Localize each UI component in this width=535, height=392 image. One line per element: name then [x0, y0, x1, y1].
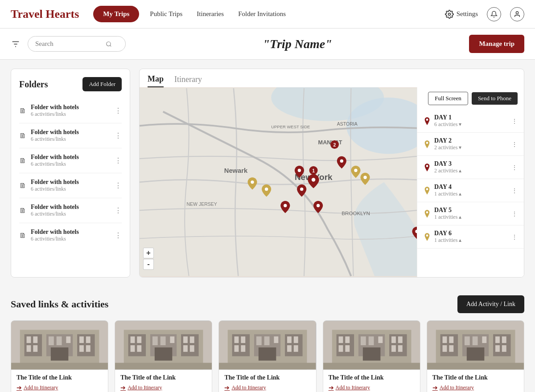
user-profile-button[interactable] — [510, 7, 524, 21]
day-menu-button[interactable]: ⋮ — [511, 210, 518, 217]
svg-rect-53 — [86, 336, 91, 343]
folder-item[interactable]: 🗎 Folder with hotels 6 activities/links … — [19, 98, 122, 123]
tab-map[interactable]: Map — [148, 74, 164, 87]
fullscreen-button[interactable]: Full Screen — [428, 92, 468, 105]
filter-button[interactable] — [11, 39, 21, 49]
plus-icon: ➔ — [120, 384, 126, 392]
card-body: The Title of the Link ➔ Add to Itinerary… — [219, 370, 316, 392]
map-area[interactable]: Newark New York MANHAT BROOKLYN NEW JERS… — [140, 87, 417, 277]
itin-header-row: Full Screen Send to Phone — [417, 92, 524, 110]
day-item[interactable]: DAY 3 2 activities ▴ ⋮ — [417, 156, 524, 179]
folder-icon: 🗎 — [19, 232, 26, 240]
svg-rect-57 — [86, 345, 91, 352]
add-to-itinerary-button[interactable]: ➔ Add to Itinerary — [432, 384, 519, 392]
day-menu-button[interactable]: ⋮ — [511, 118, 518, 125]
svg-rect-129 — [398, 345, 402, 352]
search-icon — [106, 41, 112, 47]
day-menu-button[interactable]: ⋮ — [511, 164, 518, 171]
svg-rect-143 — [442, 336, 447, 343]
svg-rect-125 — [398, 336, 402, 343]
settings-button[interactable]: Settings — [445, 10, 478, 19]
svg-rect-149 — [502, 336, 506, 343]
subheader: "Trip Name" Manage trip — [0, 29, 535, 60]
tab-itinerary[interactable]: Itinerary — [174, 75, 202, 87]
svg-rect-96 — [241, 336, 246, 343]
folder-menu-button[interactable]: ⋮ — [115, 106, 122, 115]
svg-rect-100 — [287, 336, 292, 343]
svg-rect-147 — [482, 336, 486, 343]
folder-menu-button[interactable]: ⋮ — [115, 156, 122, 165]
svg-rect-56 — [79, 345, 84, 352]
send-to-phone-button[interactable]: Send to Phone — [472, 92, 518, 105]
folder-info: Folder with hotels 6 activities/links — [31, 229, 110, 242]
svg-text:2: 2 — [333, 142, 336, 147]
add-label: Add to Itinerary — [231, 384, 266, 391]
folder-menu-button[interactable]: ⋮ — [115, 206, 122, 215]
day-item[interactable]: DAY 4 1 activities ▴ ⋮ — [417, 179, 524, 202]
add-to-itinerary-button[interactable]: ➔ Add to Itinerary — [120, 384, 206, 392]
svg-point-22 — [298, 169, 301, 172]
day-menu-button[interactable]: ⋮ — [511, 141, 518, 148]
add-label: Add to Itinerary — [128, 384, 162, 391]
svg-rect-106 — [259, 347, 276, 361]
folder-item[interactable]: 🗎 Folder with hotels 6 activities/links … — [19, 223, 122, 248]
day-name: DAY 3 — [434, 160, 508, 167]
svg-text:NEW JERSEY: NEW JERSEY — [186, 201, 217, 207]
folder-name: Folder with hotels — [31, 129, 110, 136]
svg-rect-154 — [467, 347, 484, 361]
svg-rect-127 — [345, 345, 350, 352]
svg-rect-71 — [131, 336, 135, 343]
map-svg: Newark New York MANHAT BROOKLYN NEW JERS… — [140, 87, 417, 277]
svg-rect-81 — [190, 345, 194, 352]
folder-icon: 🗎 — [19, 132, 26, 140]
card-title: The Title of the Link — [16, 374, 103, 381]
map-pin-icon — [424, 163, 431, 172]
folder-item[interactable]: 🗎 Folder with hotels 6 activities/links … — [19, 198, 122, 223]
day-info: DAY 1 6 activities ▾ — [434, 114, 508, 128]
svg-rect-130 — [362, 347, 380, 361]
folder-info: Folder with hotels 6 activities/links — [31, 129, 110, 143]
notifications-button[interactable] — [487, 7, 501, 21]
add-to-itinerary-button[interactable]: ➔ Add to Itinerary — [16, 384, 103, 392]
add-to-itinerary-button[interactable]: ➔ Add to Itinerary — [224, 384, 310, 392]
add-activity-button[interactable]: Add Activity / Link — [457, 295, 524, 313]
saved-link-card: The Title of the Link ➔ Add to Itinerary… — [218, 320, 316, 392]
itineraries-nav[interactable]: Itineraries — [197, 10, 224, 18]
folder-invitations-nav[interactable]: Folder Invitations — [238, 10, 286, 18]
itinerary-panel: Full Screen Send to Phone DAY 1 6 activi… — [417, 87, 524, 277]
card-image — [427, 321, 524, 370]
day-item[interactable]: DAY 2 2 activities ▾ ⋮ — [417, 133, 524, 156]
my-trips-nav[interactable]: My Trips — [93, 6, 139, 22]
saved-links-title: Saved links & activities — [11, 298, 108, 310]
svg-rect-73 — [152, 336, 158, 345]
add-folder-button[interactable]: Add Folder — [82, 77, 122, 91]
svg-rect-121 — [361, 336, 366, 345]
folder-menu-button[interactable]: ⋮ — [115, 131, 122, 140]
public-trips-nav[interactable]: Public Trips — [150, 10, 182, 18]
folder-menu-button[interactable]: ⋮ — [115, 181, 122, 190]
folders-list: 🗎 Folder with hotels 6 activities/links … — [19, 98, 122, 248]
saved-link-card: The Title of the Link ➔ Add to Itinerary… — [323, 320, 420, 392]
day-menu-button[interactable]: ⋮ — [511, 233, 518, 241]
bell-icon — [490, 11, 498, 18]
folder-item[interactable]: 🗎 Folder with hotels 6 activities/links … — [19, 148, 122, 173]
folder-sub: 6 activities/links — [31, 161, 110, 167]
search-input[interactable] — [35, 40, 102, 48]
folder-item[interactable]: 🗎 Folder with hotels 6 activities/links … — [19, 123, 122, 148]
add-to-itinerary-button[interactable]: ➔ Add to Itinerary — [329, 384, 415, 392]
day-activities: 2 activities ▴ — [434, 167, 508, 174]
day-item[interactable]: DAY 1 6 activities ▾ ⋮ — [417, 110, 524, 133]
folder-item[interactable]: 🗎 Folder with hotels 6 activities/links … — [19, 173, 122, 198]
svg-rect-83 — [115, 363, 212, 369]
svg-rect-52 — [79, 336, 84, 343]
day-item[interactable]: DAY 5 1 activities ▴ ⋮ — [417, 202, 524, 225]
svg-rect-155 — [427, 363, 524, 369]
manage-trip-button[interactable]: Manage trip — [469, 35, 524, 53]
day-menu-button[interactable]: ⋮ — [511, 187, 518, 194]
svg-rect-107 — [219, 363, 316, 369]
folder-info: Folder with hotels 6 activities/links — [31, 154, 110, 167]
day-item[interactable]: DAY 6 1 activities ▴ ⋮ — [417, 225, 524, 249]
card-body: The Title of the Link ➔ Add to Itinerary… — [427, 370, 524, 392]
folder-menu-button[interactable]: ⋮ — [115, 231, 122, 240]
svg-rect-131 — [323, 363, 420, 369]
